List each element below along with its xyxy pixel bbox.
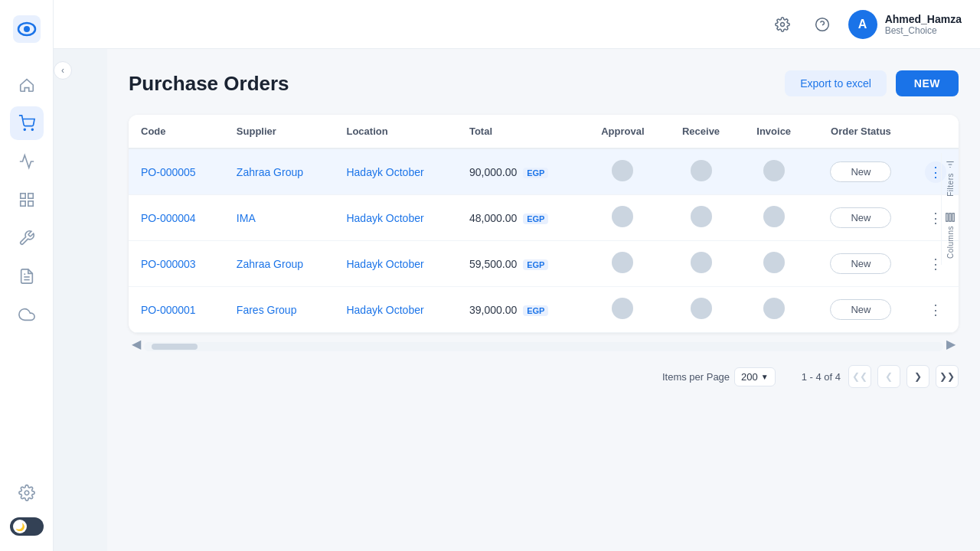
approval-circle: [612, 298, 633, 319]
approval-circle: [612, 206, 633, 227]
sidebar-item-analytics[interactable]: [10, 145, 44, 178]
cell-location[interactable]: Hadayk October: [334, 148, 456, 195]
order-status-btn[interactable]: New: [830, 207, 891, 228]
svg-point-2: [24, 26, 30, 32]
cell-order-status: New: [809, 241, 913, 287]
prev-page-btn[interactable]: ❮: [877, 365, 900, 388]
svg-rect-8: [28, 201, 32, 206]
user-name: Ahmed_Hamza: [885, 13, 962, 25]
horizontal-scrollbar[interactable]: [144, 342, 943, 351]
svg-rect-6: [28, 194, 32, 198]
table-header-row: Code Supplier Location Total Approval Re…: [129, 115, 959, 148]
cell-order-status: New: [809, 287, 913, 333]
settings-icon[interactable]: [769, 11, 796, 38]
cell-supplier[interactable]: IMA: [224, 195, 335, 241]
cell-supplier[interactable]: Zahraa Group: [224, 241, 335, 287]
amount-value: 39,000.00: [469, 304, 517, 316]
col-approval: Approval: [582, 115, 663, 148]
last-page-btn[interactable]: ❯❯: [936, 365, 959, 388]
receive-circle: [691, 206, 712, 227]
cell-invoice: [738, 195, 809, 241]
per-page-select[interactable]: 200 ▼: [734, 367, 776, 386]
cell-invoice: [738, 148, 809, 195]
col-supplier: Supplier: [224, 115, 335, 148]
more-options-btn[interactable]: ⋮: [925, 299, 946, 321]
po-code-link[interactable]: PO-000005: [141, 166, 196, 178]
amount-value: 90,000.00: [469, 166, 517, 178]
scroll-thumb: [152, 344, 198, 350]
cell-approval: [582, 287, 663, 333]
sidebar-item-home[interactable]: [10, 68, 44, 102]
po-code-link[interactable]: PO-000004: [141, 212, 196, 224]
order-status-btn[interactable]: New: [830, 253, 891, 274]
chevron-down-icon: ▼: [761, 373, 769, 381]
cell-order-status: New: [809, 195, 913, 241]
cell-approval: [582, 195, 663, 241]
sidebar-item-reports[interactable]: [10, 259, 44, 293]
svg-point-13: [815, 18, 828, 31]
cell-invoice: [738, 241, 809, 287]
receive-circle: [691, 252, 712, 273]
avatar: A: [848, 10, 877, 39]
sidebar-item-purchase[interactable]: [10, 106, 44, 140]
cell-location[interactable]: Hadayk October: [334, 241, 456, 287]
svg-point-4: [31, 129, 33, 130]
order-status-btn[interactable]: New: [830, 299, 891, 320]
app-logo[interactable]: [13, 8, 41, 51]
col-code: Code: [129, 115, 224, 148]
next-page-btn[interactable]: ❯: [906, 365, 929, 388]
items-per-page: Items per Page 200 ▼: [662, 367, 776, 386]
page-header: Purchase Orders Export to excel NEW: [129, 70, 959, 96]
svg-rect-18: [946, 213, 948, 221]
columns-label: Columns: [946, 226, 955, 259]
sidebar-item-settings[interactable]: [10, 476, 44, 510]
dark-mode-toggle[interactable]: 🌙: [10, 517, 44, 536]
cell-receive: [664, 195, 739, 241]
sidebar-item-tools[interactable]: [10, 221, 44, 255]
user-info[interactable]: A Ahmed_Hamza Best_Choice: [848, 10, 962, 39]
po-code-link[interactable]: PO-000003: [141, 258, 196, 270]
dark-mode-knob: 🌙: [13, 520, 27, 533]
approval-circle: [612, 160, 633, 181]
items-per-page-label: Items per Page: [662, 371, 730, 383]
cell-code: PO-000004: [129, 195, 224, 241]
sidebar-item-grid[interactable]: [10, 183, 44, 217]
export-excel-button[interactable]: Export to excel: [785, 70, 887, 96]
scroll-right-btn[interactable]: ▶: [943, 336, 959, 351]
scroll-left-btn[interactable]: ◀: [129, 336, 144, 351]
currency-badge: EGP: [523, 259, 548, 270]
cell-code: PO-000001: [129, 287, 224, 333]
cell-supplier[interactable]: Zahraa Group: [224, 148, 335, 195]
help-icon[interactable]: [808, 11, 836, 38]
cell-code: PO-000003: [129, 241, 224, 287]
table-row: PO-000005 Zahraa Group Hadayk October 90…: [129, 148, 959, 195]
cell-approval: [582, 148, 663, 195]
sidebar-item-cloud[interactable]: [10, 298, 44, 331]
purchase-orders-table: Code Supplier Location Total Approval Re…: [129, 115, 959, 333]
table-row: PO-000001 Fares Group Hadayk October 39,…: [129, 287, 959, 333]
filters-panel-btn[interactable]: Filters: [945, 159, 956, 197]
columns-panel-btn[interactable]: Columns: [945, 212, 956, 259]
svg-point-11: [24, 491, 29, 495]
cell-location[interactable]: Hadayk October: [334, 195, 456, 241]
invoice-circle: [763, 298, 785, 319]
cell-total: 39,000.00 EGP: [457, 287, 582, 333]
pagination: Items per Page 200 ▼ 1 - 4 of 4 ❮❮ ❮ ❯ ❯…: [129, 351, 959, 402]
per-page-value: 200: [741, 371, 758, 383]
scrollbar-area: ◀ ▶: [129, 336, 959, 351]
table-row: PO-000003 Zahraa Group Hadayk October 59…: [129, 241, 959, 287]
cell-supplier[interactable]: Fares Group: [224, 287, 335, 333]
user-details: Ahmed_Hamza Best_Choice: [885, 13, 962, 36]
order-status-btn[interactable]: New: [830, 161, 891, 182]
sidebar-collapse-button[interactable]: ‹: [54, 61, 72, 80]
receive-circle: [691, 160, 712, 181]
sidebar: 🌙: [0, 0, 54, 551]
cell-actions: ⋮: [913, 287, 959, 333]
new-button[interactable]: NEW: [896, 70, 959, 96]
header-actions: Export to excel NEW: [785, 70, 959, 96]
currency-badge: EGP: [523, 214, 548, 224]
invoice-circle: [763, 160, 785, 181]
po-code-link[interactable]: PO-000001: [141, 304, 196, 316]
cell-location[interactable]: Hadayk October: [334, 287, 456, 333]
first-page-btn[interactable]: ❮❮: [848, 365, 871, 388]
